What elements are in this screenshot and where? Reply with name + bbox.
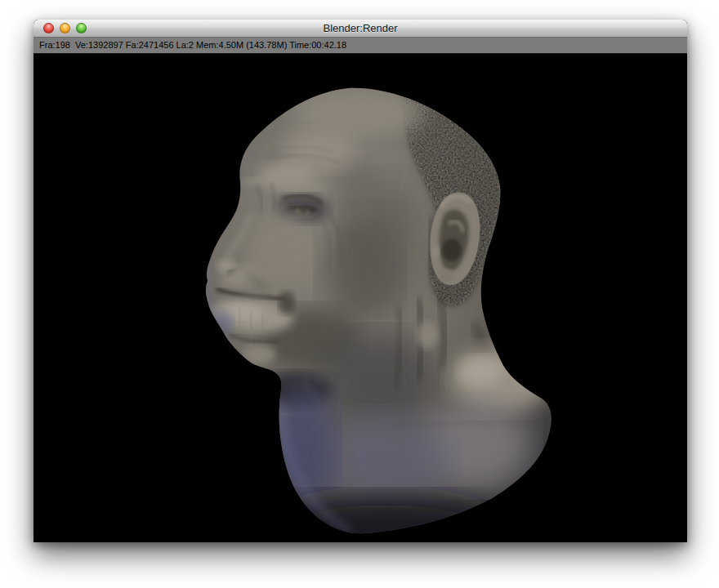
- minimize-button[interactable]: [60, 23, 70, 33]
- window-controls: [43, 23, 87, 33]
- window-title: Blender:Render: [33, 20, 687, 37]
- render-stats-text: Fra:198 Ve:1392897 Fa:2471456 La:2 Mem:4…: [33, 38, 687, 53]
- blender-render-window: Blender:Render Fra:198 Ve:1392897 Fa:247…: [33, 20, 687, 542]
- maximize-button[interactable]: [76, 23, 87, 33]
- rendered-head-image: [33, 54, 687, 542]
- render-view: [33, 54, 687, 542]
- close-button[interactable]: [43, 23, 54, 33]
- render-stats-bar: Fra:198 Ve:1392897 Fa:2471456 La:2 Mem:4…: [33, 38, 687, 54]
- window-titlebar[interactable]: Blender:Render: [33, 20, 687, 38]
